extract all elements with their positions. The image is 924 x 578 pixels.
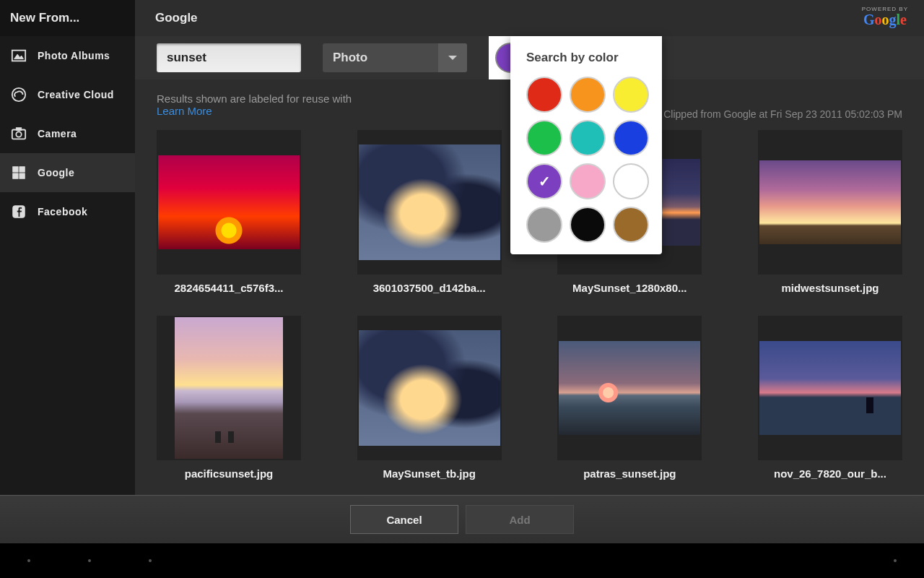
color-option-yellow[interactable] bbox=[613, 77, 649, 113]
cancel-button[interactable]: Cancel bbox=[350, 505, 458, 534]
result-thumbnail[interactable] bbox=[157, 130, 301, 275]
result-card: midwestsunset.jpg bbox=[758, 130, 902, 294]
result-card: 3601037500_d142ba... bbox=[357, 130, 502, 294]
result-card: nov_26_7820_our_b... bbox=[758, 316, 902, 480]
svg-rect-9 bbox=[19, 173, 25, 178]
color-option-orange[interactable] bbox=[570, 77, 606, 113]
dock-dot bbox=[149, 559, 152, 562]
result-thumbnail[interactable] bbox=[758, 316, 902, 460]
result-filename: nov_26_7820_our_b... bbox=[758, 467, 902, 480]
action-bar: Cancel Add bbox=[0, 495, 924, 543]
result-filename: midwestsunset.jpg bbox=[758, 282, 902, 294]
source-title: Google POWERED BY Google bbox=[135, 0, 924, 36]
chevron-down-icon bbox=[438, 43, 467, 72]
media-type-label: Photo bbox=[323, 51, 438, 65]
color-option-blue[interactable] bbox=[613, 120, 649, 156]
sidebar-item-facebook[interactable]: Facebook bbox=[0, 192, 135, 231]
color-picker-title: Search by color bbox=[526, 51, 652, 65]
result-thumbnail[interactable] bbox=[157, 316, 301, 460]
facebook-icon bbox=[10, 203, 27, 220]
svg-rect-6 bbox=[13, 167, 18, 172]
dock-dot bbox=[88, 559, 91, 562]
sidebar-item-label: Camera bbox=[38, 128, 77, 139]
svg-rect-5 bbox=[16, 128, 21, 131]
result-card: pacificsunset.jpg bbox=[157, 316, 301, 480]
result-thumbnail[interactable] bbox=[357, 130, 502, 275]
color-picker-popover: Search by color bbox=[510, 36, 662, 254]
color-option-black[interactable] bbox=[570, 207, 606, 243]
add-button[interactable]: Add bbox=[466, 505, 574, 534]
google-logo: Google bbox=[862, 12, 908, 27]
media-type-select[interactable]: Photo bbox=[323, 43, 467, 72]
result-filename: pacificsunset.jpg bbox=[157, 467, 301, 480]
sidebar-item-google[interactable]: Google bbox=[0, 153, 135, 192]
result-thumbnail[interactable] bbox=[557, 316, 702, 460]
sidebar-item-label: Facebook bbox=[38, 206, 87, 217]
sidebar-item-label: Google bbox=[38, 167, 74, 178]
bottom-dock bbox=[0, 543, 924, 578]
sidebar-item-label: Photo Albums bbox=[38, 50, 110, 61]
result-filename: 3601037500_d142ba... bbox=[357, 282, 502, 294]
source-sidebar: Photo Albums Creative Cloud Camera Googl… bbox=[0, 36, 135, 495]
color-option-purple[interactable] bbox=[526, 163, 562, 199]
results-license-label: Results shown are labeled for reuse with bbox=[157, 92, 352, 105]
color-option-gray[interactable] bbox=[526, 207, 562, 243]
result-filename: MaySunset_tb.jpg bbox=[357, 467, 502, 480]
clipped-timestamp: Clipped from Google at Fri Sep 23 2011 0… bbox=[663, 92, 902, 120]
creative-cloud-icon bbox=[10, 86, 27, 103]
sidebar-item-label: Creative Cloud bbox=[38, 89, 114, 100]
color-option-brown[interactable] bbox=[613, 207, 649, 243]
result-filename: MaySunset_1280x80... bbox=[557, 282, 702, 294]
dialog-title: New From... bbox=[0, 0, 135, 36]
color-option-red[interactable] bbox=[526, 77, 562, 113]
color-option-white[interactable] bbox=[613, 163, 649, 199]
result-thumbnail[interactable] bbox=[357, 316, 502, 460]
google-icon bbox=[10, 164, 27, 181]
powered-by-google: POWERED BY Google bbox=[862, 6, 908, 27]
dock-dot bbox=[27, 559, 30, 562]
result-card: patras_sunset.jpg bbox=[557, 316, 702, 480]
learn-more-link[interactable]: Learn More bbox=[157, 105, 212, 117]
sidebar-item-camera[interactable]: Camera bbox=[0, 114, 135, 153]
dock-dot bbox=[894, 559, 897, 562]
photo-album-icon bbox=[10, 47, 27, 64]
result-card: 2824654411_c576f3... bbox=[157, 130, 301, 294]
source-title-label: Google bbox=[155, 11, 198, 25]
search-input[interactable] bbox=[157, 43, 301, 72]
result-filename: 2824654411_c576f3... bbox=[157, 282, 301, 294]
color-option-teal[interactable] bbox=[570, 120, 606, 156]
sidebar-item-creative-cloud[interactable]: Creative Cloud bbox=[0, 75, 135, 114]
sidebar-item-photo-albums[interactable]: Photo Albums bbox=[0, 36, 135, 75]
svg-rect-8 bbox=[13, 173, 18, 178]
svg-marker-1 bbox=[14, 54, 24, 59]
result-filename: patras_sunset.jpg bbox=[557, 467, 702, 480]
result-thumbnail[interactable] bbox=[758, 130, 902, 275]
svg-point-4 bbox=[16, 131, 21, 137]
color-option-pink[interactable] bbox=[570, 163, 606, 199]
result-card: MaySunset_tb.jpg bbox=[357, 316, 502, 480]
color-option-green[interactable] bbox=[526, 120, 562, 156]
svg-rect-7 bbox=[19, 167, 25, 172]
camera-icon bbox=[10, 125, 27, 142]
